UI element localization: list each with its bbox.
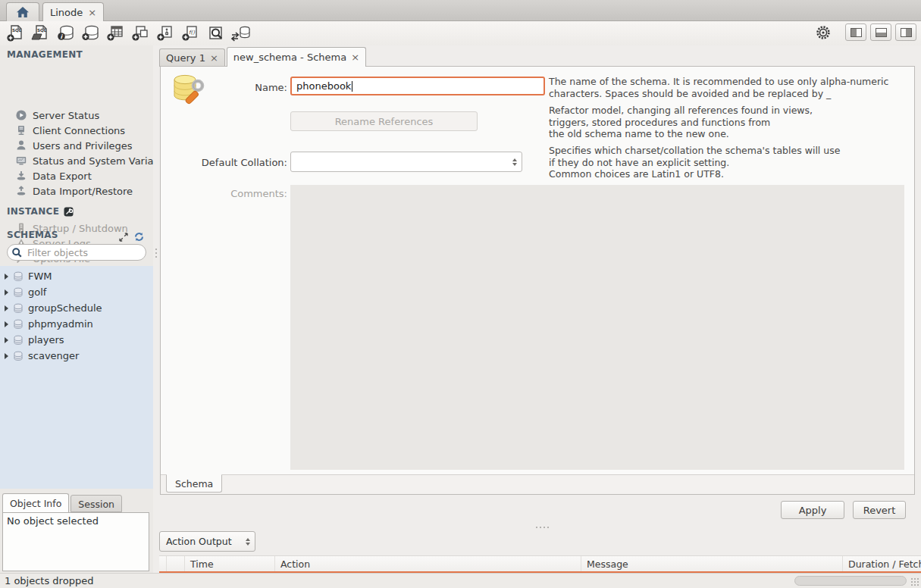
create-function-icon[interactable]: f() — [178, 23, 203, 44]
spinner-arrows-icon[interactable] — [246, 538, 250, 546]
collation-label: Default Collation: — [191, 157, 287, 168]
comments-label: Comments: — [191, 188, 287, 199]
status-message: 1 objects dropped — [5, 575, 93, 586]
expander-icon[interactable] — [5, 337, 8, 343]
database-icon — [13, 335, 23, 346]
column-time[interactable]: Time — [185, 556, 275, 571]
column-action[interactable]: Action — [275, 556, 581, 571]
create-view-icon[interactable] — [128, 23, 153, 44]
main-area: Query 1 × new_schema - Schema × Name: ph… — [159, 45, 921, 573]
rename-help-text: Refactor model, changing all references … — [549, 105, 890, 140]
connection-tab-label: Linode — [50, 7, 83, 18]
vertical-splitter[interactable] — [153, 45, 159, 573]
toggle-bottom-panel-icon[interactable] — [870, 23, 891, 41]
schema-row-fwm[interactable]: FWM — [0, 268, 153, 284]
expander-icon[interactable] — [5, 321, 8, 327]
schema-row-golf[interactable]: golf — [0, 284, 153, 300]
close-icon[interactable]: × — [88, 8, 96, 17]
sidebar-item-server-status[interactable]: Server Status — [15, 108, 99, 123]
close-icon[interactable]: × — [351, 52, 359, 62]
status-bar: 1 objects dropped — [0, 573, 921, 588]
sidebar-bottom-tabs: Object InfoSession — [0, 493, 153, 512]
main-toolbar: SQL SQL i f() — [0, 21, 921, 45]
schema-row-scavenger[interactable]: scavenger — [0, 348, 153, 364]
home-tab[interactable] — [6, 2, 39, 21]
tab-query-1[interactable]: Query 1 × — [159, 48, 225, 67]
sidebar-item-client-connections[interactable]: Client Connections — [15, 123, 125, 138]
toggle-left-sidebar-icon[interactable] — [845, 23, 866, 41]
expander-icon[interactable] — [5, 305, 8, 311]
schema-row-players[interactable]: players — [0, 332, 153, 348]
schema-filter-input[interactable] — [26, 246, 146, 259]
schema-editor-panel: Name: phonebook The name of the schema. … — [160, 66, 915, 495]
create-schema-icon[interactable] — [78, 23, 103, 44]
object-info-panel: No object selected — [2, 512, 149, 571]
expander-icon[interactable] — [5, 353, 8, 359]
collation-help-text: Specifies which charset/collation the sc… — [549, 145, 890, 180]
search-data-icon[interactable] — [203, 23, 228, 44]
mysql-workbench-window: Linode × SQL SQL i — [0, 0, 921, 588]
expand-panel-icon[interactable] — [119, 233, 128, 242]
database-icon — [13, 351, 23, 361]
management-section-title: MANAGEMENT — [7, 49, 83, 60]
schemas-header-icons — [119, 232, 144, 242]
output-selector[interactable]: Action Output — [159, 531, 255, 552]
svg-text:SQL: SQL — [12, 28, 22, 33]
sidebar: MANAGEMENT Server Status Client Connecti… — [0, 45, 153, 573]
apply-button[interactable]: Apply — [781, 501, 844, 519]
schema-name-input[interactable]: phonebook — [290, 77, 545, 95]
schema-row-phpmyadmin[interactable]: phpmyadmin — [0, 316, 153, 332]
rename-references-button[interactable]: Rename References — [290, 111, 478, 131]
tab-schema[interactable]: Schema — [166, 474, 222, 493]
refresh-schemas-icon[interactable] — [134, 232, 144, 242]
toolbar-left-group: SQL SQL i f() — [3, 23, 253, 44]
column-status[interactable] — [159, 556, 167, 571]
connection-tab[interactable]: Linode × — [42, 2, 104, 21]
toolbar-right-group — [816, 23, 916, 41]
expander-icon[interactable] — [5, 289, 8, 296]
sidebar-item-data-export[interactable]: Data Export — [15, 168, 92, 183]
reconnect-dbms-icon[interactable] — [228, 23, 253, 44]
sidebar-item-system-variables[interactable]: Status and System Variables — [15, 153, 174, 168]
horizontal-scrollbar-thumb[interactable] — [794, 576, 907, 586]
open-sql-script-icon[interactable]: SQL — [28, 23, 53, 44]
server-status-icon — [15, 109, 27, 121]
new-sql-tab-icon[interactable]: SQL — [3, 23, 28, 44]
create-procedure-icon[interactable] — [153, 23, 178, 44]
collation-select[interactable] — [290, 152, 522, 172]
spinner-arrows-icon[interactable] — [512, 158, 517, 166]
close-icon[interactable]: × — [210, 53, 218, 63]
text-caret — [352, 81, 352, 92]
instance-section-title: INSTANCE — [7, 206, 74, 217]
database-icon — [13, 271, 23, 282]
splitter-grip — [536, 527, 537, 528]
schema-row-groupschedule[interactable]: groupSchedule — [0, 300, 153, 316]
editor-bottom-tabstrip: Schema — [161, 474, 914, 494]
window-resize-grip[interactable] — [910, 577, 920, 587]
svg-text:f(): f() — [189, 30, 195, 36]
column-icon[interactable] — [167, 556, 185, 571]
sidebar-item-data-import[interactable]: Data Import/Restore — [15, 183, 133, 199]
column-duration-fetch[interactable]: Duration / Fetch — [843, 556, 921, 571]
horizontal-splitter[interactable] — [159, 525, 921, 530]
toggle-right-sidebar-icon[interactable] — [895, 23, 916, 41]
comments-textarea[interactable] — [290, 185, 904, 470]
expander-icon[interactable] — [5, 274, 8, 280]
column-message[interactable]: Message — [581, 556, 843, 571]
tab-new-schema[interactable]: new_schema - Schema × — [227, 47, 366, 67]
sidebar-item-users-privileges[interactable]: Users and Privileges — [15, 138, 133, 153]
tab-object-info[interactable]: Object Info — [2, 493, 69, 512]
schemas-section-title: SCHEMAS — [7, 230, 58, 240]
preferences-gear-icon[interactable] — [816, 25, 831, 40]
window-tab-bar: Linode × — [0, 0, 921, 21]
users-privileges-icon — [15, 139, 27, 152]
inspect-database-icon[interactable]: i — [53, 23, 78, 44]
tab-session[interactable]: Session — [70, 495, 122, 512]
output-table-header: Time Action Message Duration / Fetch — [159, 555, 921, 571]
schema-filter[interactable] — [7, 244, 146, 261]
revert-button[interactable]: Revert — [853, 501, 906, 519]
create-table-icon[interactable] — [103, 23, 128, 44]
data-export-icon — [15, 170, 27, 182]
schema-list: FWM golf groupSchedule phpmyadmin player — [0, 266, 153, 489]
splitter-grip — [155, 249, 157, 250]
